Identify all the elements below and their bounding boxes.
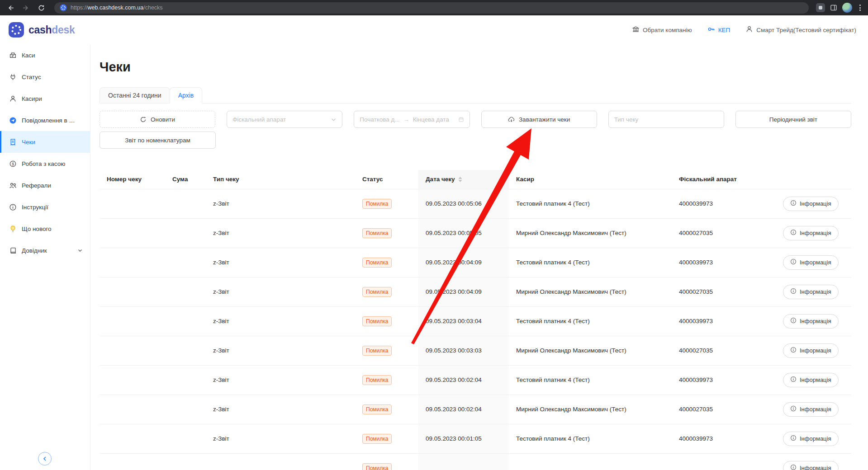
table-row: z-ЗвітПомилка09.05.2023 00:01:05Тестовий… xyxy=(100,424,851,453)
cell-date: 09.05.2023 00:03:03 xyxy=(418,336,509,365)
cell-fiscal-device: 4000039973 xyxy=(672,248,776,277)
cell-check-number xyxy=(100,248,165,277)
page-title: Чеки xyxy=(100,60,868,75)
info-button[interactable]: Інформація xyxy=(783,314,839,329)
cell-actions: Інформація xyxy=(776,189,851,218)
cell-cashier: Тестовий платник 4 (Тест) xyxy=(509,365,672,395)
sidebar-item-7[interactable]: Інструкції xyxy=(0,196,90,218)
browser-profile-avatar[interactable] xyxy=(842,3,852,13)
info-button[interactable]: Інформація xyxy=(783,197,839,211)
svg-text:$: $ xyxy=(12,161,14,166)
checks-table: Номер чекуСумаТип чекуСтатусДата чекуКас… xyxy=(100,170,851,470)
info-button[interactable]: Інформація xyxy=(783,402,839,417)
sidebar-item-1[interactable]: Статус xyxy=(0,66,90,88)
check-type-input[interactable] xyxy=(608,111,724,128)
nomenclature-report-button[interactable]: Звіт по номенклатурам xyxy=(100,132,216,149)
info-icon xyxy=(790,435,797,442)
info-button[interactable]: Інформація xyxy=(783,461,839,470)
date-range-picker[interactable]: Початкова д... → Кінцева дата xyxy=(354,111,470,128)
cell-sum xyxy=(165,336,206,365)
cell-check-number xyxy=(100,336,165,365)
fiscal-device-placeholder: Фіскальний апарат xyxy=(232,116,327,123)
chevron-down-icon xyxy=(331,117,337,122)
date-start-placeholder: Початкова д... xyxy=(360,116,399,123)
user-menu[interactable]: Смарт Трейд(Тестовий сертифікат) xyxy=(745,25,856,34)
table-row: z-ЗвітПомилка09.05.2023 00:04:09Мирний О… xyxy=(100,277,851,306)
periodic-report-button[interactable]: Періодичний звіт xyxy=(735,111,851,128)
cell-check-number xyxy=(100,365,165,395)
cell-date: 09.05.2023 00:04:09 xyxy=(418,277,509,306)
cell-fiscal-device: 4000039973 xyxy=(672,424,776,453)
reload-button[interactable] xyxy=(35,2,47,14)
column-header-5: Касир xyxy=(509,170,672,189)
cell-cashier: Тестовий платник 4 (Тест) xyxy=(509,306,672,336)
cell-check-number xyxy=(100,218,165,248)
cell-check-type: z-Звіт xyxy=(206,306,355,336)
cell-check-number xyxy=(100,189,165,218)
key-icon xyxy=(707,25,715,34)
sidebar-item-6[interactable]: Реферали xyxy=(0,174,90,196)
kep-button[interactable]: КЕП xyxy=(707,25,730,34)
cell-cashier: Тестовий платник 4 (Тест) xyxy=(509,248,672,277)
sidebar-item-label: Реферали xyxy=(22,182,51,189)
cell-sum xyxy=(165,365,206,395)
cell-sum xyxy=(165,306,206,336)
sidebar-item-5[interactable]: $Робота з касою xyxy=(0,153,90,174)
download-checks-button[interactable]: Завантажити чеки xyxy=(481,111,597,128)
table-row: z-ЗвітПомилка09.05.2023 00:02:04Тестовий… xyxy=(100,365,851,395)
info-button[interactable]: Інформація xyxy=(783,432,839,446)
cell-date: 09.05.2023 00:02:04 xyxy=(418,395,509,424)
browser-menu-icon[interactable] xyxy=(857,3,863,13)
sidebar-collapse-button[interactable] xyxy=(38,452,52,465)
choose-company-button[interactable]: Обрати компанію xyxy=(632,25,692,34)
forward-button[interactable] xyxy=(20,2,32,14)
sidebar-item-4[interactable]: Чеки xyxy=(0,131,90,153)
url-bar[interactable]: https://web.cashdesk.com.ua/checks xyxy=(54,2,809,14)
cell-actions: Інформація xyxy=(776,306,851,336)
table-row: z-ЗвітПомилка09.05.2023 00:03:03Мирний О… xyxy=(100,336,851,365)
info-button[interactable]: Інформація xyxy=(783,343,839,358)
sidebar-item-8[interactable]: Що нового xyxy=(0,218,90,240)
sidebar-item-2[interactable]: Касири xyxy=(0,88,90,109)
info-icon xyxy=(790,229,797,237)
receipts-icon xyxy=(9,138,17,146)
cell-status: Помилка xyxy=(355,395,418,424)
status-icon xyxy=(9,73,17,81)
side-panel-icon[interactable] xyxy=(830,4,838,12)
tab-1[interactable]: Архів xyxy=(170,87,203,103)
sidebar-item-9[interactable]: Довідник xyxy=(0,240,90,261)
refresh-button[interactable]: Оновити xyxy=(100,111,215,128)
cell-check-type: z-Звіт xyxy=(206,189,355,218)
cell-status: Помилка xyxy=(355,248,418,277)
extension-icon[interactable] xyxy=(816,3,825,12)
info-button-label: Інформація xyxy=(800,347,831,354)
back-button[interactable] xyxy=(5,2,16,14)
sidebar-item-label: Повідомлення в Д... xyxy=(22,117,75,124)
column-header-4[interactable]: Дата чеку xyxy=(418,170,509,189)
info-button[interactable]: Інформація xyxy=(783,255,839,270)
tab-0[interactable]: Останні 24 години xyxy=(100,87,170,103)
cashdesk-logo[interactable]: cashdesk xyxy=(8,22,75,38)
info-button[interactable]: Інформація xyxy=(783,373,839,387)
info-button[interactable]: Інформація xyxy=(783,285,839,299)
calendar-icon xyxy=(458,117,464,122)
cell-fiscal-device: 4000039973 xyxy=(672,365,776,395)
cell-date: 09.05.2023 00:05:06 xyxy=(418,189,509,218)
status-badge: Помилка xyxy=(362,258,392,268)
cell-actions: Інформація xyxy=(776,248,851,277)
sort-icons[interactable] xyxy=(458,177,462,182)
cell-check-type: z-Звіт xyxy=(206,365,355,395)
fiscal-device-select[interactable]: Фіскальний апарат xyxy=(227,111,342,128)
cell-actions: Інформація xyxy=(776,218,851,248)
sidebar-item-0[interactable]: Каси xyxy=(0,44,90,66)
cell-check-number xyxy=(100,306,165,336)
site-favicon xyxy=(60,4,67,11)
sidebar-item-label: Що нового xyxy=(22,226,52,232)
cell-check-type: z-Звіт xyxy=(206,277,355,306)
column-header-2: Тип чеку xyxy=(206,170,355,189)
sidebar-item-3[interactable]: Повідомлення в Д... xyxy=(0,109,90,131)
cash-register-icon xyxy=(9,52,17,59)
instructions-icon xyxy=(9,203,17,211)
cell-actions: Інформація xyxy=(776,424,851,453)
info-button[interactable]: Інформація xyxy=(783,226,839,240)
